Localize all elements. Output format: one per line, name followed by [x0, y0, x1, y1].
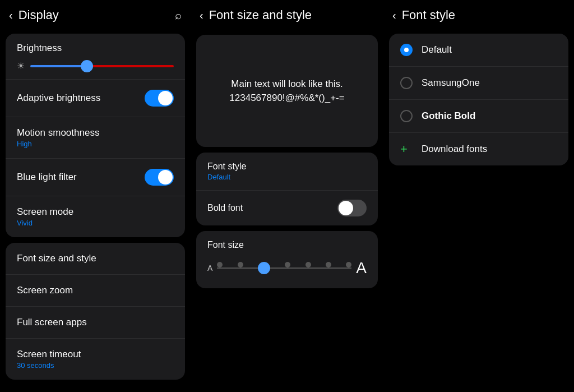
font-size-dot-7[interactable] [346, 262, 351, 268]
blue-light-row[interactable]: Blue light filter [6, 159, 185, 196]
brightness-slider-track[interactable] [30, 65, 174, 67]
font-style-header: ‹ Font style [383, 0, 574, 30]
brightness-label: Brightness [17, 43, 174, 54]
brightness-slider-row: ☀ [17, 61, 174, 71]
font-choice-samsungone[interactable]: SamsungOne [389, 67, 568, 100]
display-section2: Font size and style Screen zoom Full scr… [6, 243, 185, 380]
font-size-small-a: A [207, 264, 212, 273]
brightness-section: Brightness ☀ Adaptive brightness Motion … [6, 34, 185, 237]
font-choice-default-label: Default [422, 44, 452, 56]
screen-timeout-label: Screen timeout [17, 349, 174, 360]
font-size-dot-1[interactable] [217, 262, 223, 268]
bold-font-toggle[interactable] [337, 200, 367, 216]
font-size-slider-row: A A [207, 259, 367, 277]
font-size-style-info: Font size and style [17, 253, 174, 264]
bold-font-row[interactable]: Bold font [196, 191, 378, 225]
sun-icon: ☀ [17, 61, 25, 71]
font-size-track[interactable] [217, 262, 351, 274]
font-choice-samsungone-label: SamsungOne [422, 77, 480, 89]
font-choice-gothic-bold-radio[interactable] [400, 110, 413, 122]
bold-font-knob [339, 201, 353, 215]
font-size-dot-3[interactable] [258, 262, 270, 274]
screen-timeout-row[interactable]: Screen timeout 30 seconds [6, 339, 185, 380]
font-style-row[interactable]: Font style Default [196, 153, 378, 191]
screen-timeout-sub: 30 seconds [17, 361, 174, 370]
blue-light-knob [158, 170, 173, 185]
screen-mode-row[interactable]: Screen mode Vivid [6, 196, 185, 237]
font-size-box: Font size A A [196, 231, 378, 288]
font-preview-box: Main text will look like this. 123456789… [196, 35, 378, 147]
font-size-dot-5[interactable] [305, 262, 311, 268]
full-screen-apps-label: Full screen apps [17, 317, 174, 328]
font-size-style-title: Font size and style [209, 8, 312, 22]
font-choice-default[interactable]: Default [389, 34, 568, 67]
search-icon[interactable]: ⌕ [175, 9, 182, 22]
font-style-title: Font style [402, 8, 455, 22]
screen-zoom-info: Screen zoom [17, 285, 174, 296]
left-panel: ‹ Display ⌕ Brightness ☀ Adaptive bright… [0, 0, 191, 392]
blue-light-label: Blue light filter [17, 172, 145, 183]
font-choice-default-radio[interactable] [400, 44, 413, 56]
font-size-style-label: Font size and style [17, 253, 174, 264]
font-style-list: Default SamsungOne Gothic Bold + Downloa… [389, 34, 568, 165]
display-header: ‹ Display ⌕ [0, 0, 191, 30]
screen-zoom-row[interactable]: Screen zoom [6, 275, 185, 307]
font-size-style-row[interactable]: Font size and style [6, 243, 185, 275]
font-choice-gothic-bold-label: Gothic Bold [422, 110, 475, 122]
font-size-dot-4[interactable] [285, 262, 290, 268]
font-style-label: Font style [207, 162, 367, 172]
font-size-dots [217, 262, 351, 274]
font-size-dot-6[interactable] [326, 262, 331, 268]
adaptive-brightness-toggle[interactable] [145, 90, 174, 107]
display-back-icon[interactable]: ‹ [9, 9, 13, 22]
display-title: Display [18, 8, 59, 22]
bold-font-label: Bold font [207, 203, 337, 213]
full-screen-apps-info: Full screen apps [17, 317, 174, 328]
adaptive-brightness-row[interactable]: Adaptive brightness [6, 80, 185, 117]
font-choice-samsungone-radio[interactable] [400, 77, 413, 89]
download-fonts-row[interactable]: + Download fonts [389, 133, 568, 165]
motion-smoothness-row[interactable]: Motion smoothness High [6, 117, 185, 159]
download-fonts-label: Download fonts [422, 144, 487, 155]
screen-timeout-info: Screen timeout 30 seconds [17, 349, 174, 370]
font-size-style-header: ‹ Font size and style [191, 0, 383, 30]
font-options-box: Font style Default Bold font [196, 153, 378, 225]
adaptive-brightness-info: Adaptive brightness [17, 93, 145, 104]
font-size-style-back-icon[interactable]: ‹ [200, 9, 203, 22]
middle-panel: ‹ Font size and style Main text will loo… [191, 0, 383, 392]
adaptive-brightness-knob [158, 91, 173, 105]
blue-light-toggle[interactable] [145, 169, 174, 186]
motion-smoothness-sub: High [17, 140, 174, 148]
right-panel: ‹ Font style Default SamsungOne Gothic B… [383, 0, 574, 392]
brightness-slider-thumb[interactable] [81, 60, 93, 72]
screen-mode-label: Screen mode [17, 206, 174, 218]
font-choice-gothic-bold[interactable]: Gothic Bold [389, 100, 568, 133]
font-size-large-a: A [356, 259, 367, 277]
preview-text-line1: Main text will look like this. [231, 77, 342, 91]
screen-mode-info: Screen mode Vivid [17, 206, 174, 227]
font-size-dot-2[interactable] [238, 262, 243, 268]
font-size-label: Font size [207, 240, 367, 250]
blue-light-info: Blue light filter [17, 172, 145, 183]
plus-icon: + [400, 143, 413, 155]
full-screen-apps-row[interactable]: Full screen apps [6, 307, 185, 339]
motion-smoothness-info: Motion smoothness High [17, 127, 174, 148]
font-style-sub: Default [207, 173, 367, 181]
preview-text-line2: 1234567890!@#%&*()_+-= [229, 91, 344, 105]
adaptive-brightness-label: Adaptive brightness [17, 93, 145, 104]
brightness-row: Brightness ☀ [6, 34, 185, 80]
font-style-back-icon[interactable]: ‹ [392, 9, 396, 22]
screen-mode-sub: Vivid [17, 219, 174, 227]
screen-zoom-label: Screen zoom [17, 285, 174, 296]
motion-smoothness-label: Motion smoothness [17, 127, 174, 139]
